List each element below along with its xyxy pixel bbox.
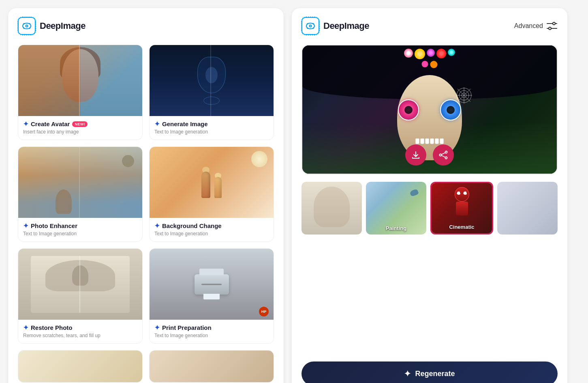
restore-figure1 xyxy=(45,260,115,291)
style-thumb-4[interactable] xyxy=(497,182,558,235)
left-logo-icon xyxy=(18,17,36,35)
svg-line-23 xyxy=(441,155,445,157)
printer-top xyxy=(199,269,224,275)
asterisk4-icon: ✦ xyxy=(154,222,160,230)
tooth6 xyxy=(440,138,444,144)
svg-point-7 xyxy=(310,26,311,27)
generate-inner xyxy=(205,67,218,83)
advanced-label: Advanced xyxy=(514,22,543,30)
cinematic-bg: Cinematic xyxy=(432,183,492,233)
right-pupil xyxy=(447,106,455,114)
painting-bg: Painting xyxy=(366,182,426,235)
generate-divider xyxy=(210,45,211,116)
tooth5 xyxy=(435,138,439,144)
card-bgchange-image xyxy=(150,147,274,218)
card-avatar-info: ✦ Create Avatar NEW! Insert face into an… xyxy=(18,116,142,140)
card-background-change[interactable]: ✦ Background Change Text to Image genera… xyxy=(149,146,274,242)
regen-label: Regenerate xyxy=(415,370,455,378)
restore-divider xyxy=(79,256,80,313)
tooth3 xyxy=(425,138,429,144)
hair-fl2 xyxy=(430,61,438,68)
flower-deco xyxy=(251,151,267,167)
svg-point-21 xyxy=(440,154,442,156)
web-svg xyxy=(456,87,472,103)
left-eye-ornate xyxy=(398,99,419,120)
card-extra2[interactable] xyxy=(149,350,274,383)
card-enhancer-title: ✦ Photo Enhancer xyxy=(23,222,137,230)
regenerate-button[interactable]: ✦ Regenerate xyxy=(301,361,558,383)
card-photo-enhancer[interactable]: ✦ Photo Enhancer Text to Image generatio… xyxy=(18,146,143,242)
left-logo-area: DeepImage xyxy=(18,17,86,35)
printer-output xyxy=(203,294,220,299)
download-button[interactable] xyxy=(405,144,426,166)
style-thumbnails-row: Painting Cinematic xyxy=(301,182,558,235)
spider-web xyxy=(456,87,474,105)
asterisk3-icon: ✦ xyxy=(23,222,28,230)
svg-line-22 xyxy=(441,153,445,155)
card-print-title: ✦ Print Preparation xyxy=(154,324,269,331)
card-restore-info: ✦ Restore Photo Remove scratches, tears,… xyxy=(18,320,142,343)
svg-point-9 xyxy=(553,22,555,25)
generate-figure xyxy=(197,57,226,93)
advanced-button[interactable]: Advanced xyxy=(514,22,558,30)
card-generate-image-bg xyxy=(150,45,274,116)
right-logo-icon xyxy=(301,17,319,35)
card-avatar-image xyxy=(18,45,142,116)
download-icon xyxy=(411,151,420,159)
card-avatar-title: ✦ Create Avatar NEW! xyxy=(23,120,137,128)
card-restore-photo[interactable]: ✦ Restore Photo Remove scratches, tears,… xyxy=(18,248,143,344)
bottles-container xyxy=(201,167,222,198)
teeth-row xyxy=(415,138,444,144)
style-thumb-painting[interactable]: Painting xyxy=(366,182,426,235)
right-eye-logo-svg xyxy=(306,22,315,30)
deadpool-eyes xyxy=(455,187,469,195)
right-header: DeepImage Advanced xyxy=(301,17,558,35)
svg-point-6 xyxy=(309,25,312,28)
style4-bg xyxy=(497,182,558,235)
tooth4 xyxy=(430,138,434,144)
flower-pink xyxy=(404,49,413,58)
enhancer-overlay xyxy=(18,147,142,218)
card-create-avatar[interactable]: ✦ Create Avatar NEW! Insert face into an… xyxy=(18,45,143,140)
style-thumb-cinematic[interactable]: Cinematic xyxy=(430,182,493,235)
eye-logo-svg xyxy=(22,22,31,30)
hair-fl1 xyxy=(422,61,428,67)
svg-point-1 xyxy=(26,25,28,28)
asterisk5-icon: ✦ xyxy=(23,324,28,331)
card-print-image: HP xyxy=(150,249,274,320)
bottom-cards-row xyxy=(8,347,284,383)
svg-point-11 xyxy=(549,27,551,30)
cards-grid: ✦ Create Avatar NEW! Insert face into an… xyxy=(8,41,284,347)
card-extra1[interactable] xyxy=(18,350,143,383)
new-badge: NEW! xyxy=(72,121,88,127)
style-thumb-1[interactable] xyxy=(301,182,362,235)
avatar-right xyxy=(80,45,142,116)
svg-point-5 xyxy=(306,23,314,29)
painting-label: Painting xyxy=(386,225,406,231)
style1-figure xyxy=(314,187,350,227)
app-container: DeepImage ✦ Create Avatar NEW! xyxy=(8,8,580,383)
share-button[interactable] xyxy=(433,144,454,166)
hat-flowers xyxy=(404,49,455,59)
printer-slot xyxy=(201,284,222,285)
restore-photo-frame xyxy=(31,256,130,313)
cinematic-label: Cinematic xyxy=(449,224,474,230)
card-print-subtitle: Text to Image generation xyxy=(154,333,269,338)
svg-point-0 xyxy=(23,23,31,29)
tooth1 xyxy=(415,138,419,144)
card-generate-title: ✦ Generate Image xyxy=(154,120,269,128)
left-panel: DeepImage ✦ Create Avatar NEW! xyxy=(8,8,284,383)
card-generate-info: ✦ Generate Image Text to Image generatio… xyxy=(150,116,274,140)
card-print-prep[interactable]: HP ✦ Print Preparation Text to Image gen… xyxy=(149,248,274,344)
deadpool-figure xyxy=(452,187,472,215)
card-generate-image[interactable]: ✦ Generate Image Text to Image generatio… xyxy=(149,45,274,140)
bird-body xyxy=(409,189,419,197)
flower-red xyxy=(436,49,446,58)
hp-logo: HP xyxy=(259,307,269,316)
style1-bg xyxy=(301,182,362,235)
card-extra2-img xyxy=(150,351,274,383)
advanced-settings-icon xyxy=(546,22,558,30)
bottle2 xyxy=(214,173,222,198)
asterisk2-icon: ✦ xyxy=(154,120,160,128)
card-restore-subtitle: Remove scratches, tears, and fill up xyxy=(23,333,137,338)
